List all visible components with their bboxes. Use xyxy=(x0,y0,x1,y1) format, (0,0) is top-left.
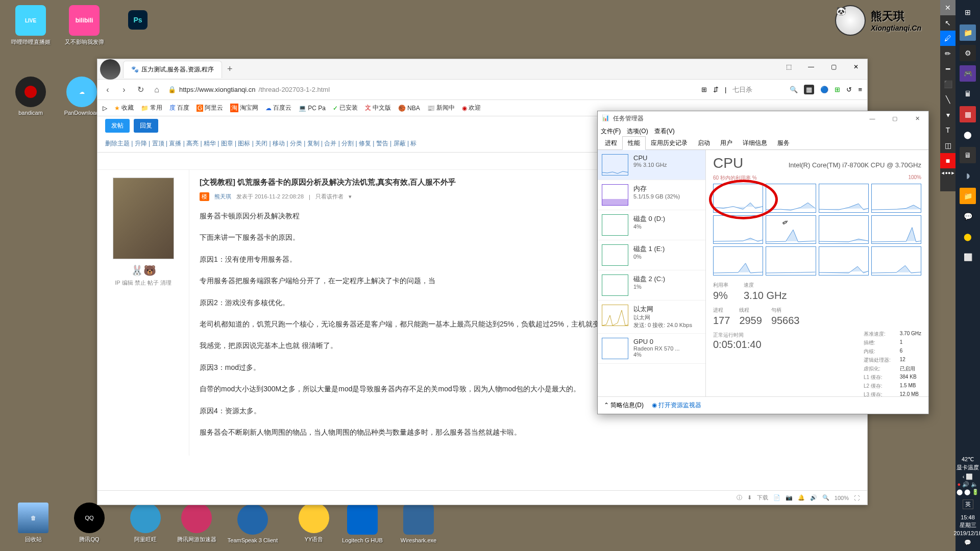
nav-home-button[interactable]: ⌂ xyxy=(152,85,162,95)
tm-minimize-button[interactable]: — xyxy=(861,111,884,126)
toolbar-ext-icon[interactable]: 🔵 xyxy=(820,86,828,93)
desktop-icon-bilibili-up[interactable]: bilibili 又不影响我发弹 xyxy=(59,5,110,46)
taskbar-app-icon[interactable]: 📁 xyxy=(960,188,976,204)
toolbar-icon[interactable]: ⊞ xyxy=(701,86,707,93)
text-tool-icon[interactable]: T xyxy=(940,122,955,138)
desktop-icon-bandicam[interactable]: bandicam xyxy=(5,77,56,116)
tm-item-disk2[interactable]: 磁盘 2 (C:)1% xyxy=(598,270,705,300)
tab-startup[interactable]: 启动 xyxy=(693,137,715,149)
tab-users[interactable]: 用户 xyxy=(715,137,738,149)
taskbar-app-icon[interactable]: ⬤ xyxy=(960,229,976,245)
search-box-text[interactable]: 七日杀 xyxy=(732,85,783,94)
tm-close-button[interactable]: ✕ xyxy=(906,111,928,126)
reply-button[interactable]: 回复 xyxy=(134,119,158,133)
bookmark-item[interactable]: 📰新闻中 xyxy=(427,104,455,112)
menu-view[interactable]: 查看(V) xyxy=(654,127,675,136)
tm-item-memory[interactable]: 内存5.1/15.9 GB (32%) xyxy=(598,180,705,210)
tm-item-gpu[interactable]: GPU 0Radeon RX 570 ...4% xyxy=(598,334,705,364)
line-tool-icon[interactable]: ╲ xyxy=(940,92,955,107)
taskbar-wechat-icon[interactable]: 💬 xyxy=(960,208,976,224)
chevron-down-icon[interactable]: ▾ xyxy=(349,193,352,200)
browser-minimize-button[interactable]: — xyxy=(800,59,822,74)
tm-item-disk0[interactable]: 磁盘 0 (D:)4% xyxy=(598,210,705,240)
start-button[interactable]: ⊞ xyxy=(960,4,976,20)
size-indicator[interactable]: ◄●●► xyxy=(940,168,955,178)
fewer-details-toggle[interactable]: ⌃ 简略信息(D) xyxy=(604,401,644,410)
nav-reload-button[interactable]: ↻ xyxy=(135,85,145,95)
browser-maximize-button[interactable]: ▢ xyxy=(822,59,845,74)
status-icon[interactable]: 🔊 xyxy=(810,494,817,501)
bookmark-expand-icon[interactable]: ▷ xyxy=(103,105,107,112)
tab-processes[interactable]: 进程 xyxy=(600,137,622,149)
author-mod-links[interactable]: IP 编辑 禁止 帖子 清理 xyxy=(105,279,181,287)
toolbar-icon[interactable]: ⇵ xyxy=(713,86,719,93)
taskbar-app-icon[interactable]: 🖥 xyxy=(960,147,976,163)
desktop-icon-teamspeak[interactable]: TeamSpeak 3 Client xyxy=(227,504,278,543)
browser-new-tab-button[interactable]: + xyxy=(222,64,238,74)
nav-back-button[interactable]: ‹ xyxy=(103,85,113,95)
toolbar-menu-button[interactable]: ≡ xyxy=(858,86,862,93)
search-icon[interactable]: 🔍 xyxy=(790,86,798,93)
status-icon[interactable]: ⬇ xyxy=(747,494,752,501)
bookmark-item[interactable]: ◉欢迎 xyxy=(462,104,481,112)
tm-maximize-button[interactable]: ▢ xyxy=(884,111,906,126)
taskbar-app-icon[interactable]: 🎮 xyxy=(960,65,976,82)
tm-item-ethernet[interactable]: 以太网以太网发送: 0 接收: 24.0 Kbps xyxy=(598,300,705,334)
desktop-icon-recycle-bin[interactable]: 🗑 回收站 xyxy=(8,503,59,543)
eraser-tool-icon[interactable]: ⬛ xyxy=(940,77,955,92)
status-icon[interactable]: 🔔 xyxy=(798,494,805,501)
taskbar-app-icon[interactable]: ⬤ xyxy=(960,127,976,143)
fullscreen-icon[interactable]: ⛶ xyxy=(854,495,860,501)
taskbar-app-icon[interactable]: ▦ xyxy=(960,106,976,122)
toolbar-ext-icon[interactable]: ⊞ xyxy=(835,86,840,93)
bookmark-item[interactable]: 🏀NBA xyxy=(398,105,420,112)
browser-extension-icon[interactable]: ⬚ xyxy=(777,59,800,74)
bookmark-item[interactable]: G阿里云 xyxy=(197,104,223,112)
status-icon[interactable]: 📄 xyxy=(773,494,780,501)
system-tray[interactable]: 42℃ 显卡温度 ‹ ⬜ ● 🔊 🔈 ⬤ ⬤ 🔋 英 15:48 星期三 201… xyxy=(953,451,980,551)
zoom-out-icon[interactable]: 🔍 xyxy=(822,494,829,501)
taskbar-steam-icon[interactable]: ◗ xyxy=(960,167,976,184)
tab-services[interactable]: 服务 xyxy=(772,137,795,149)
desktop-icon-aliwangwang[interactable]: 阿里旺旺 xyxy=(120,503,171,543)
desktop-icon-accelerator[interactable]: 腾讯网游加速器 xyxy=(171,503,222,543)
author-link[interactable]: 熊天琪 xyxy=(214,193,231,201)
only-author-link[interactable]: 只看该作者 xyxy=(315,193,344,201)
menu-options[interactable]: 选项(O) xyxy=(627,127,648,136)
fill-color-icon[interactable]: ■ xyxy=(940,153,955,168)
address-bar[interactable]: 🔒 https://www.xiongtianqi.cn/thread-2027… xyxy=(168,86,695,93)
tm-item-disk1[interactable]: 磁盘 1 (E:)0% xyxy=(598,240,705,270)
desktop-icon-qq[interactable]: QQ 腾讯QQ xyxy=(64,503,115,543)
toolbar-ext-icon[interactable]: ▦ xyxy=(804,85,814,94)
bookmark-item[interactable]: 📁常用 xyxy=(141,104,162,112)
status-icon[interactable]: 📷 xyxy=(786,494,793,501)
browser-close-button[interactable]: ✕ xyxy=(845,59,867,74)
shape-tool-icon[interactable]: ◫ xyxy=(940,138,955,153)
desktop-icon-photoshop[interactable]: Ps xyxy=(125,10,151,32)
more-tool-icon[interactable]: ▾ xyxy=(940,107,955,122)
cpu-core-grid[interactable]: ✏ xyxy=(713,184,921,276)
desktop-icon-logitech[interactable]: Logitech G HUB xyxy=(337,504,388,543)
notification-icon[interactable]: 💬 xyxy=(953,539,980,546)
desktop-icon-bilibili-live[interactable]: LIVE 哔哩哔哩直播姬 xyxy=(5,5,56,46)
pencil-tool-icon[interactable]: ✏ xyxy=(940,46,955,61)
bookmark-item[interactable]: 度百度 xyxy=(169,104,189,112)
bookmark-item[interactable]: 淘淘宝网 xyxy=(230,104,258,112)
status-icon[interactable]: ⓘ xyxy=(737,494,742,502)
tab-app-history[interactable]: 应用历史记录 xyxy=(646,137,693,149)
highlighter-tool-icon[interactable]: ━ xyxy=(940,61,955,77)
toolbar-close-button[interactable]: ✕ xyxy=(940,0,955,15)
tab-performance[interactable]: 性能 xyxy=(622,136,646,150)
taskbar-app-icon[interactable]: 📁 xyxy=(960,24,976,41)
bookmark-item[interactable]: 💻PC Pa xyxy=(299,105,326,112)
bookmark-item[interactable]: ☁百度云 xyxy=(265,104,291,112)
taskbar-app-icon[interactable]: ⚙ xyxy=(960,45,976,61)
taskbar-app-icon[interactable]: ⬜ xyxy=(960,249,976,265)
desktop-icon-wireshark[interactable]: Wireshark.exe xyxy=(393,504,444,543)
desktop-icon-yy[interactable]: YY语音 xyxy=(288,503,339,543)
bookmark-favorites[interactable]: ★收藏 xyxy=(114,104,134,112)
browser-tab[interactable]: 🐾 压力测试,服务器,资源,程序 xyxy=(123,61,222,78)
tab-details[interactable]: 详细信息 xyxy=(738,137,772,149)
new-post-button[interactable]: 发帖 xyxy=(105,119,130,133)
menu-file[interactable]: 文件(F) xyxy=(601,127,621,136)
